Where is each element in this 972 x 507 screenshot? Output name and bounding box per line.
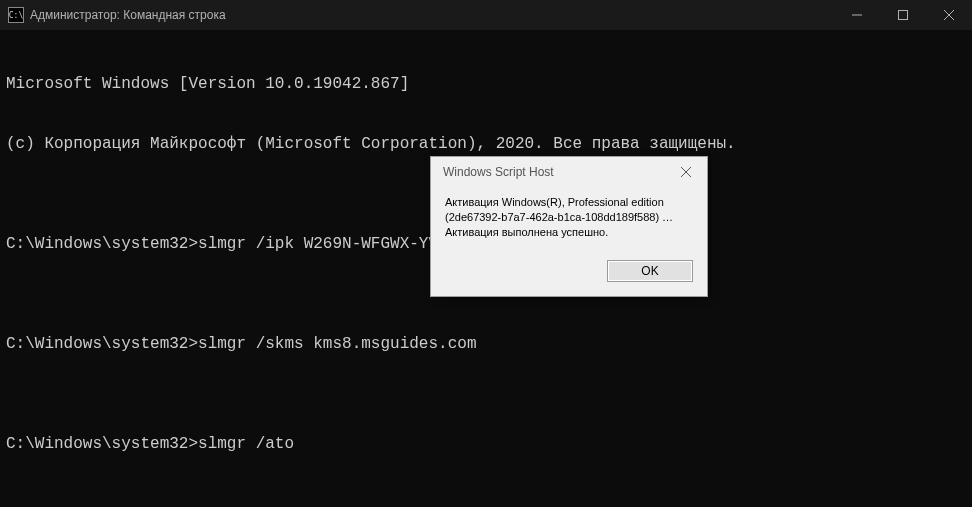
- window-title: Администратор: Командная строка: [30, 8, 834, 22]
- dialog-footer: OK: [431, 254, 707, 296]
- dialog-text-line: (2de67392-b7a7-462a-b1ca-108dd189f588) …: [445, 210, 693, 225]
- dialog-text-line: Активация выполнена успешно.: [445, 225, 693, 240]
- maximize-button[interactable]: [880, 0, 926, 30]
- dialog-body: Активация Windows(R), Professional editi…: [431, 187, 707, 254]
- dialog-text-line: Активация Windows(R), Professional editi…: [445, 195, 693, 210]
- svg-rect-1: [899, 11, 908, 20]
- dialog-close-button[interactable]: [673, 162, 699, 182]
- cmd-icon: C:\: [8, 7, 24, 23]
- dialog-titlebar[interactable]: Windows Script Host: [431, 157, 707, 187]
- terminal-line: C:\Windows\system32>slmgr /ato: [6, 434, 966, 454]
- ok-button[interactable]: OK: [607, 260, 693, 282]
- titlebar: C:\ Администратор: Командная строка: [0, 0, 972, 30]
- close-button[interactable]: [926, 0, 972, 30]
- terminal-line: Microsoft Windows [Version 10.0.19042.86…: [6, 74, 966, 94]
- window-controls: [834, 0, 972, 30]
- dialog-title: Windows Script Host: [443, 165, 673, 179]
- minimize-button[interactable]: [834, 0, 880, 30]
- terminal-line: (c) Корпорация Майкрософт (Microsoft Cor…: [6, 134, 966, 154]
- script-host-dialog: Windows Script Host Активация Windows(R)…: [430, 156, 708, 297]
- terminal-line: C:\Windows\system32>slmgr /skms kms8.msg…: [6, 334, 966, 354]
